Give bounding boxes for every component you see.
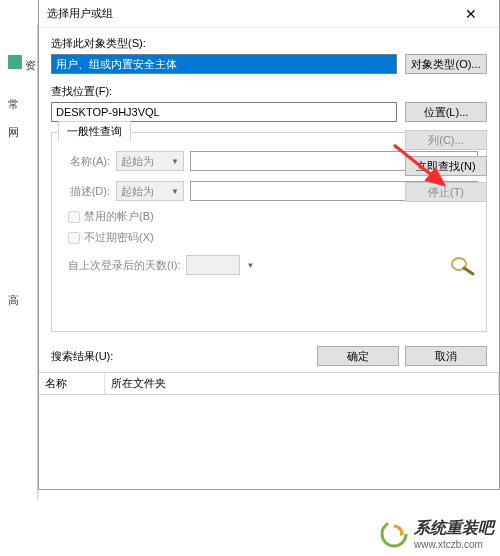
bg-item-1: 高 xyxy=(8,293,19,308)
desc-label: 描述(D): xyxy=(60,184,110,199)
object-type-input[interactable] xyxy=(51,54,397,74)
dialog-buttons: 搜索结果(U): 确定 取消 xyxy=(39,340,499,372)
disabled-accounts-checkbox[interactable] xyxy=(68,211,80,223)
watermark: 系统重装吧 www.xtczb.com xyxy=(380,518,494,550)
chevron-down-icon: ▼ xyxy=(246,261,254,270)
bg-icon: 资 xyxy=(8,55,36,73)
titlebar: 选择用户或组 ✕ xyxy=(39,0,499,28)
grid-header: 名称 所在文件夹 xyxy=(39,373,499,395)
days-input[interactable] xyxy=(186,255,240,275)
desc-combo[interactable]: 起始为▼ xyxy=(116,181,184,201)
results-grid: 名称 所在文件夹 xyxy=(39,372,499,452)
col-name[interactable]: 名称 xyxy=(39,373,105,394)
svg-line-1 xyxy=(464,268,473,274)
dialog-title: 选择用户或组 xyxy=(47,6,451,21)
close-button[interactable]: ✕ xyxy=(451,1,491,27)
watermark-url: www.xtczb.com xyxy=(414,539,494,550)
ok-button[interactable]: 确定 xyxy=(317,346,399,366)
right-button-group: 列(C)... 立即查找(N) 停止(T) xyxy=(405,130,487,202)
watermark-logo-icon xyxy=(380,520,408,548)
find-now-button[interactable]: 立即查找(N) xyxy=(405,156,487,176)
columns-button[interactable]: 列(C)... xyxy=(405,130,487,150)
name-label: 名称(A): xyxy=(60,154,110,169)
chevron-down-icon: ▼ xyxy=(171,157,179,166)
bg-tab-2: 网 xyxy=(8,125,19,140)
locations-button[interactable]: 位置(L)... xyxy=(405,102,487,122)
no-expire-label: 不过期密码(X) xyxy=(84,230,154,245)
disabled-accounts-label: 禁用的帐户(B) xyxy=(84,209,154,224)
cancel-button[interactable]: 取消 xyxy=(405,346,487,366)
stop-button[interactable]: 停止(T) xyxy=(405,182,487,202)
background-window: 资 常 网 高 xyxy=(0,25,38,500)
object-types-button[interactable]: 对象类型(O)... xyxy=(405,54,487,74)
chevron-down-icon: ▼ xyxy=(171,187,179,196)
watermark-title: 系统重装吧 xyxy=(414,518,494,539)
location-label: 查找位置(F): xyxy=(51,84,487,99)
common-tab[interactable]: 一般性查询 xyxy=(58,121,131,142)
days-label: 自上次登录后的天数(I): xyxy=(68,258,180,273)
search-icon xyxy=(447,254,479,280)
col-folder[interactable]: 所在文件夹 xyxy=(105,373,499,394)
bg-tab-1: 常 xyxy=(8,97,19,112)
name-combo[interactable]: 起始为▼ xyxy=(116,151,184,171)
results-label: 搜索结果(U): xyxy=(51,349,113,364)
object-type-label: 选择此对象类型(S): xyxy=(51,36,487,51)
no-expire-checkbox[interactable] xyxy=(68,232,80,244)
location-input[interactable] xyxy=(51,102,397,122)
select-user-dialog: 选择用户或组 ✕ 选择此对象类型(S): 对象类型(O)... 查找位置(F):… xyxy=(38,0,500,490)
